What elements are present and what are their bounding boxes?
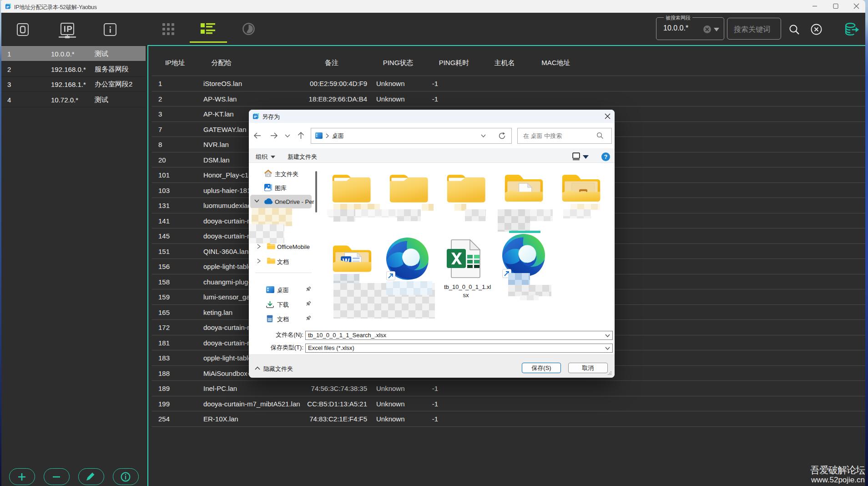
svg-text:IP: IP (254, 115, 257, 118)
svg-text:?: ? (604, 154, 608, 160)
svg-text:IP: IP (6, 5, 10, 9)
